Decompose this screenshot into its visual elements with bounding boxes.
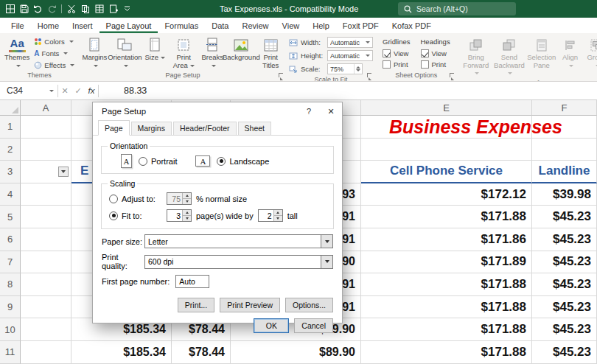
column-header-A[interactable]: A (21, 100, 71, 116)
headings-view-checkbox[interactable]: View (421, 48, 450, 59)
insert-function-icon[interactable]: fx (85, 86, 98, 95)
cell-F10[interactable]: $45.23 (532, 318, 597, 341)
cell-E9[interactable]: $171.88 (361, 296, 532, 319)
cell-A8[interactable] (21, 273, 71, 296)
theme-effects-button[interactable]: Effects (32, 60, 77, 71)
dialog-help-button[interactable]: ? (298, 103, 320, 119)
copy-icon[interactable] (78, 1, 92, 16)
column-header-F[interactable]: F (532, 100, 597, 116)
insert-cells-icon[interactable] (92, 1, 106, 16)
row-header-7[interactable]: 7 (0, 251, 21, 274)
tab-insert[interactable]: Insert (66, 18, 100, 33)
print-titles-button[interactable]: Print Titles (256, 35, 284, 71)
cell-E3[interactable]: Cell Phone Service (361, 161, 532, 183)
tab-home[interactable]: Home (31, 18, 66, 33)
cell-E1[interactable]: Business Expenses (361, 116, 532, 139)
cell-F4[interactable]: $39.98 (532, 183, 597, 206)
save-icon[interactable] (17, 1, 31, 16)
tab-review[interactable]: Review (235, 18, 275, 33)
tab-page-layout[interactable]: Page Layout (100, 18, 158, 33)
select-all-corner[interactable] (0, 100, 21, 116)
scale-to-fit-dialog-launcher[interactable] (366, 72, 374, 80)
cell-F11[interactable]: $45.23 (532, 341, 597, 364)
print-button[interactable]: Print... (178, 298, 214, 312)
portrait-radio[interactable]: Portrait (139, 157, 177, 166)
name-box[interactable]: C34 (0, 82, 46, 99)
gridlines-view-checkbox[interactable]: View (383, 48, 411, 59)
tab-foxit-pdf[interactable]: Foxit PDF (336, 18, 385, 33)
background-button[interactable]: Background (226, 35, 256, 71)
cell-E10[interactable]: $171.88 (361, 318, 532, 341)
formula-input[interactable]: 88.33 (124, 85, 147, 96)
sheet-options-dialog-launcher[interactable] (449, 72, 456, 80)
dialog-tab-page[interactable]: Page (98, 120, 130, 136)
filter-dropdown-button[interactable] (58, 167, 69, 177)
cell-B11[interactable]: $185.34 (71, 341, 172, 364)
cell-C11[interactable]: $78.44 (172, 341, 231, 364)
row-header-2[interactable]: 2 (0, 139, 21, 161)
search-box[interactable]: Search (Alt+Q) (398, 2, 516, 15)
cell-F9[interactable]: $45.23 (532, 296, 597, 319)
print-preview-button[interactable]: Print Preview (220, 298, 280, 312)
row-header-1[interactable]: 1 (0, 116, 21, 139)
width-combobox[interactable]: Automatic (327, 37, 373, 48)
cell-A7[interactable] (21, 251, 71, 274)
cell-F6[interactable]: $45.23 (532, 228, 597, 251)
group-button[interactable]: Group (584, 35, 597, 78)
undo-icon[interactable] (31, 1, 45, 16)
row-header-5[interactable]: 5 (0, 206, 21, 228)
tab-kofax-pdf[interactable]: Kofax PDF (385, 18, 438, 33)
print-area-button[interactable]: Print Area (168, 35, 199, 71)
options-button[interactable]: Options... (285, 298, 333, 312)
headings-print-checkbox[interactable]: Print (421, 59, 450, 70)
cut-icon[interactable] (64, 1, 78, 16)
cancel-button[interactable]: Cancel (294, 318, 333, 333)
dialog-tab-sheet[interactable]: Sheet (238, 122, 271, 135)
landscape-radio[interactable]: Landscape (217, 157, 269, 166)
themes-button[interactable]: Aa Themes (2, 35, 32, 71)
cell-A6[interactable] (21, 228, 71, 251)
fit-to-wide-spinner[interactable]: 3 (167, 209, 192, 222)
fit-to-tall-spinner[interactable]: 2 (258, 209, 283, 222)
tab-help[interactable]: Help (306, 18, 336, 33)
row-header-6[interactable]: 6 (0, 228, 21, 251)
height-combobox[interactable]: Automatic (327, 50, 373, 61)
insert-sheet-icon[interactable] (106, 1, 120, 16)
tab-formulas[interactable]: Formulas (158, 18, 205, 33)
dialog-tab-margins[interactable]: Margins (131, 122, 172, 135)
row-header-4[interactable]: 4 (0, 183, 21, 206)
cell-F8[interactable]: $45.23 (532, 273, 597, 296)
page-setup-dialog-launcher[interactable] (278, 72, 285, 80)
theme-colors-button[interactable]: Colors (32, 36, 77, 47)
cell-A1[interactable] (21, 116, 71, 139)
row-header-9[interactable]: 9 (0, 296, 21, 319)
redo-icon[interactable] (45, 1, 59, 16)
align-button[interactable]: Align (557, 35, 584, 78)
margins-button[interactable]: Margins (81, 35, 108, 71)
cell-E2[interactable] (361, 139, 532, 161)
print-quality-dropdown[interactable]: 600 dpi (144, 255, 333, 269)
cell-E8[interactable]: $171.88 (361, 273, 532, 296)
cell-A9[interactable] (21, 296, 71, 319)
paper-size-dropdown[interactable]: Letter (144, 234, 333, 248)
row-header-11[interactable]: 11 (0, 341, 21, 364)
adjust-to-radio[interactable]: Adjust to: (109, 195, 162, 203)
dialog-tab-header-footer[interactable]: Header/Footer (173, 122, 237, 135)
tab-file[interactable]: File (4, 18, 31, 33)
cell-F7[interactable]: $45.23 (532, 251, 597, 274)
app-icon[interactable] (3, 1, 17, 16)
cell-F5[interactable]: $45.23 (532, 206, 597, 228)
bring-forward-button[interactable]: Bring Forward (460, 35, 492, 78)
row-header-8[interactable]: 8 (0, 273, 21, 296)
gridlines-print-checkbox[interactable]: Print (383, 59, 411, 70)
cell-A10[interactable] (21, 318, 71, 341)
cell-E4[interactable]: $172.12 (361, 183, 532, 206)
cell-A11[interactable] (21, 341, 71, 364)
scale-spinner[interactable]: 75% (327, 63, 363, 74)
tab-view[interactable]: View (276, 18, 307, 33)
dialog-close-button[interactable]: ✕ (320, 103, 342, 119)
tab-data[interactable]: Data (205, 18, 235, 33)
cell-A3[interactable] (21, 161, 71, 183)
cell-A4[interactable] (21, 183, 71, 206)
cancel-icon[interactable]: ✕ (58, 86, 71, 96)
